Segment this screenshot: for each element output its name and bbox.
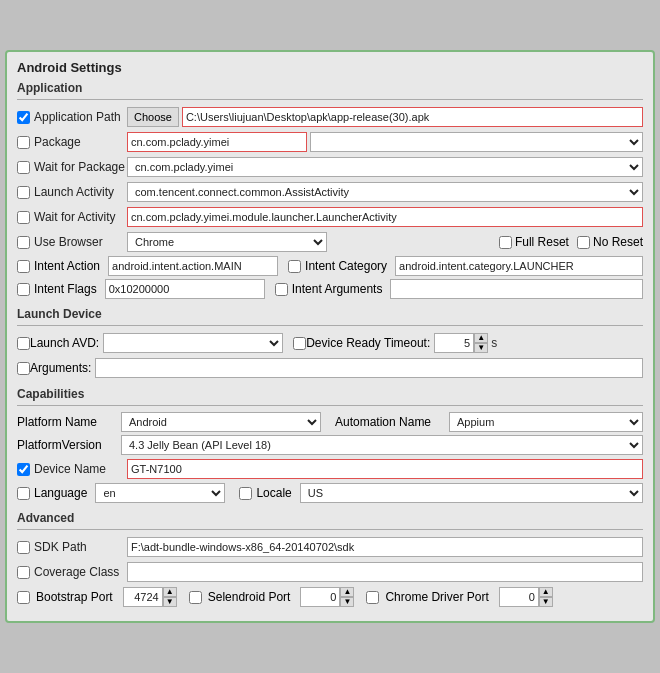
browser-select[interactable]: Chrome — [127, 232, 327, 252]
selendroid-port-up-btn[interactable]: ▲ — [340, 587, 354, 597]
locale-checkbox[interactable] — [239, 487, 252, 500]
timeout-down-btn[interactable]: ▼ — [474, 343, 488, 353]
use-browser-checkbox[interactable] — [17, 236, 30, 249]
automation-name-select[interactable]: Appium — [449, 412, 643, 432]
android-settings-panel: Android Settings Application Choose Appl… — [5, 50, 655, 623]
wait-activity-row: Wait for Activity — [17, 206, 643, 228]
wait-package-checkbox[interactable] — [17, 161, 30, 174]
app-path-label: Choose Application Path — [17, 110, 127, 124]
device-name-checkbox[interactable] — [17, 463, 30, 476]
panel-title: Android Settings — [17, 60, 643, 75]
launch-activity-select[interactable]: com.tencent.connect.common.AssistActivit… — [127, 182, 643, 202]
choose-button[interactable]: Choose — [127, 107, 179, 127]
wait-package-row: Wait for Package cn.com.pclady.yimei — [17, 156, 643, 178]
intent-category-checkbox[interactable] — [288, 260, 301, 273]
device-name-label: Device Name — [17, 462, 127, 476]
launch-activity-checkbox[interactable] — [17, 186, 30, 199]
language-checkbox[interactable] — [17, 487, 30, 500]
wait-package-label: Wait for Package — [17, 160, 127, 174]
package-label: Package — [17, 135, 127, 149]
wait-activity-input[interactable] — [127, 207, 643, 227]
sdk-path-label: SDK Path — [17, 540, 127, 554]
language-select[interactable]: en — [95, 483, 225, 503]
wait-activity-checkbox[interactable] — [17, 211, 30, 224]
app-path-row: Choose Application Path Choose — [17, 106, 643, 128]
chrome-driver-port-checkbox[interactable] — [366, 591, 379, 604]
device-ready-timeout-input[interactable] — [434, 333, 474, 353]
launch-activity-label: Launch Activity — [17, 185, 127, 199]
wait-package-select[interactable]: cn.com.pclady.yimei — [127, 157, 643, 177]
package-checkbox[interactable] — [17, 136, 30, 149]
device-name-input[interactable] — [127, 459, 643, 479]
bootstrap-port-up-btn[interactable]: ▲ — [163, 587, 177, 597]
browser-row: Use Browser Chrome Full Reset No Reset — [17, 231, 643, 253]
intent-flags-row: Intent Flags Intent Arguments — [17, 279, 643, 299]
bootstrap-port-input[interactable] — [123, 587, 163, 607]
wait-activity-label: Wait for Activity — [17, 210, 127, 224]
no-reset-checkbox[interactable] — [577, 236, 590, 249]
platform-version-select[interactable]: 4.3 Jelly Bean (API Level 18) — [121, 435, 643, 455]
platform-name-row: Platform Name Android Automation Name Ap… — [17, 412, 643, 432]
coverage-class-label: Coverage Class — [17, 565, 127, 579]
chrome-driver-port-up-btn[interactable]: ▲ — [539, 587, 553, 597]
intent-arguments-input[interactable] — [390, 279, 643, 299]
device-ready-timeout-checkbox[interactable] — [293, 337, 306, 350]
device-name-row: Device Name — [17, 458, 643, 480]
chrome-driver-port-down-btn[interactable]: ▼ — [539, 597, 553, 607]
use-browser-label: Use Browser — [17, 235, 127, 249]
platform-version-row: PlatformVersion 4.3 Jelly Bean (API Leve… — [17, 435, 643, 455]
app-path-input[interactable] — [182, 107, 643, 127]
coverage-class-row: Coverage Class — [17, 561, 643, 583]
app-path-checkbox[interactable] — [17, 111, 30, 124]
intent-category-input[interactable] — [395, 256, 643, 276]
intent-action-input[interactable] — [108, 256, 278, 276]
language-locale-row: Language en Locale US — [17, 483, 643, 503]
arguments-input[interactable] — [95, 358, 643, 378]
intent-flags-input[interactable] — [105, 279, 265, 299]
device-ready-timeout-spinner: ▲ ▼ — [434, 333, 488, 353]
selendroid-port-input[interactable] — [300, 587, 340, 607]
selendroid-port-spinner: ▲ ▼ — [300, 587, 354, 607]
section-launch-device: Launch Device — [17, 307, 643, 321]
bootstrap-port-down-btn[interactable]: ▼ — [163, 597, 177, 607]
package-select[interactable] — [310, 132, 643, 152]
selendroid-port-down-btn[interactable]: ▼ — [340, 597, 354, 607]
sdk-path-checkbox[interactable] — [17, 541, 30, 554]
selendroid-port-checkbox[interactable] — [189, 591, 202, 604]
package-row: Package — [17, 131, 643, 153]
section-application: Application — [17, 81, 643, 95]
intent-action-checkbox[interactable] — [17, 260, 30, 273]
ports-row: Bootstrap Port ▲ ▼ Selendroid Port ▲ ▼ C… — [17, 586, 643, 608]
package-input[interactable] — [127, 132, 307, 152]
chrome-driver-port-input[interactable] — [499, 587, 539, 607]
timeout-up-btn[interactable]: ▲ — [474, 333, 488, 343]
section-advanced: Advanced — [17, 511, 643, 525]
sdk-path-input[interactable] — [127, 537, 643, 557]
bootstrap-port-spinner: ▲ ▼ — [123, 587, 177, 607]
launch-activity-row: Launch Activity com.tencent.connect.comm… — [17, 181, 643, 203]
platform-name-select[interactable]: Android — [121, 412, 321, 432]
launch-avd-select[interactable] — [103, 333, 283, 353]
arguments-checkbox[interactable] — [17, 362, 30, 375]
locale-select[interactable]: US — [300, 483, 643, 503]
intent-action-row: Intent Action Intent Category — [17, 256, 643, 276]
chrome-driver-port-spinner: ▲ ▼ — [499, 587, 553, 607]
arguments-row: Arguments: — [17, 357, 643, 379]
bootstrap-port-checkbox[interactable] — [17, 591, 30, 604]
sdk-path-row: SDK Path — [17, 536, 643, 558]
coverage-class-input[interactable] — [127, 562, 643, 582]
section-capabilities: Capabilities — [17, 387, 643, 401]
coverage-class-checkbox[interactable] — [17, 566, 30, 579]
launch-avd-checkbox[interactable] — [17, 337, 30, 350]
intent-flags-checkbox[interactable] — [17, 283, 30, 296]
intent-arguments-checkbox[interactable] — [275, 283, 288, 296]
launch-avd-row: Launch AVD: Device Ready Timeout: ▲ ▼ s — [17, 332, 643, 354]
full-reset-checkbox[interactable] — [499, 236, 512, 249]
